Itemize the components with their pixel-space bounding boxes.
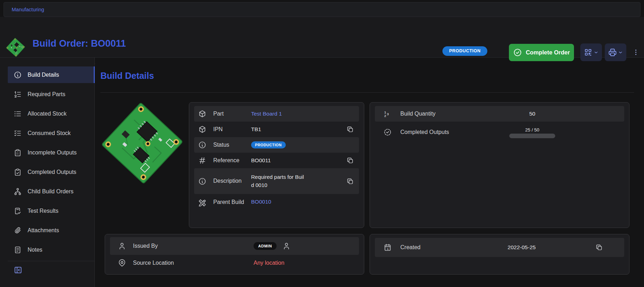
detail-label: Reference (213, 157, 251, 164)
sidebar: Build Details Required Parts Allocated S… (0, 58, 95, 287)
detail-label: Issued By (133, 243, 254, 249)
detail-row-parent-build: Parent Build BO0010 (194, 194, 359, 223)
detail-row-build-quantity: 123 Build Quantity 50 (375, 106, 624, 122)
detail-row-created: 1 Created 2022-05-25 (375, 238, 624, 257)
qrcode-icon (584, 48, 593, 57)
chevron-down-icon (618, 50, 623, 55)
sidebar-item-build-details[interactable]: Build Details (8, 66, 95, 83)
svg-text:3: 3 (387, 112, 389, 116)
detail-row-description: Description Required parts for Buil d 00… (194, 168, 359, 194)
sidebar-item-completed-outputs[interactable]: Completed Outputs (8, 164, 95, 180)
chevron-down-icon (593, 50, 599, 55)
heading-divider (100, 92, 634, 93)
calendar-icon: 1 (383, 243, 392, 252)
copy-button[interactable] (595, 244, 603, 251)
detail-row-ipn: IPN TB1 (194, 122, 359, 137)
sidebar-item-label: Consumed Stock (28, 130, 71, 136)
page-header: Build Order: BO0011 50 x TB1 | Test Boar… (0, 17, 644, 58)
sidebar-item-allocated-stock[interactable]: Allocated Stock (8, 105, 95, 122)
part-link[interactable]: Test Board 1 (251, 111, 354, 117)
sidebar-item-label: Build Details (28, 72, 59, 78)
detail-label: Created (400, 244, 451, 251)
detail-label: Completed Outputs (400, 129, 462, 135)
detail-row-source-location: Source Location Any location (110, 255, 359, 271)
tools-icon (198, 199, 207, 207)
complete-order-button[interactable]: Complete Order (509, 44, 574, 61)
status-badge: PRODUCTION (442, 46, 487, 56)
issued-by-badge: ADMIN (254, 242, 277, 250)
detail-label: Parent Build (213, 199, 251, 206)
sidebar-item-required-parts[interactable]: Required Parts (8, 86, 95, 102)
print-actions-button[interactable] (605, 43, 626, 61)
part-thumbnail (6, 37, 25, 57)
detail-row-reference: Reference BO0011 (194, 153, 359, 168)
progress-check-icon (383, 128, 392, 136)
list-numbers-icon (13, 90, 22, 99)
more-actions-button[interactable] (631, 43, 641, 61)
detail-label: Build Quantity (400, 111, 462, 117)
list-check-icon (13, 129, 22, 137)
dots-vertical-icon (632, 48, 640, 56)
sidebar-item-label: Test Results (28, 208, 58, 214)
copy-button[interactable] (346, 177, 354, 185)
sidebar-item-label: Child Build Orders (28, 188, 74, 195)
breadcrumb: Manufacturing (4, 2, 640, 17)
circle-check-icon (513, 48, 522, 57)
copy-icon (595, 244, 603, 251)
sidebar-item-attachments[interactable]: Attachments (8, 222, 95, 239)
sidebar-item-label: Allocated Stock (28, 111, 66, 117)
sidebar-divider (8, 261, 95, 261)
clipboard-check-icon (13, 168, 22, 176)
detail-label: Description (213, 177, 251, 185)
completed-outputs-progress: 25 / 50 (509, 127, 555, 138)
copy-button[interactable] (346, 157, 354, 164)
part-details-panel: Part Test Board 1 IPN TB1 Status PRODUCT… (189, 102, 364, 228)
user-icon (118, 242, 126, 250)
svg-text:1: 1 (384, 110, 387, 114)
dates-panel: 1 Created 2022-05-25 (370, 234, 630, 275)
page-title: Build Order: BO0011 (33, 38, 126, 49)
numbers-123-icon: 123 (383, 110, 392, 118)
source-location-value: Any location (254, 260, 354, 266)
box-icon (198, 110, 207, 118)
detail-value: BO0011 (251, 157, 343, 164)
svg-text:1: 1 (387, 247, 389, 251)
breadcrumb-link-manufacturing[interactable]: Manufacturing (12, 7, 44, 12)
sidebar-item-child-build-orders[interactable]: Child Build Orders (8, 183, 95, 200)
detail-label: Source Location (133, 260, 254, 266)
sidebar-item-test-results[interactable]: Test Results (8, 203, 95, 219)
user-icon (282, 242, 291, 250)
svg-text:2: 2 (384, 114, 386, 118)
detail-label: Part (213, 110, 251, 118)
copy-icon (346, 157, 354, 164)
detail-value: TB1 (251, 126, 343, 133)
sidebar-item-label: Attachments (28, 227, 59, 234)
sidebar-item-notes[interactable]: Notes (8, 241, 95, 258)
parent-build-link[interactable]: BO0010 (251, 199, 354, 205)
list-icon (13, 110, 22, 118)
sidebar-item-label: Notes (28, 247, 42, 253)
part-image (100, 101, 184, 185)
detail-value: Required parts for Buil d 0010 (251, 173, 322, 189)
sidebar-item-incomplete-outputs[interactable]: Incomplete Outputs (8, 144, 95, 161)
detail-value: 2022-05-25 (451, 244, 592, 251)
sidebar-item-label: Required Parts (28, 91, 65, 98)
detail-row-part: Part Test Board 1 (194, 106, 359, 122)
complete-order-label: Complete Order (526, 49, 570, 56)
progress-bar (509, 134, 555, 138)
copy-icon (346, 177, 354, 185)
section-heading: Build Details (100, 71, 154, 81)
hash-icon (198, 156, 207, 165)
map-pin-icon (118, 259, 126, 267)
build-quantity-panel: 123 Build Quantity 50 Completed Outputs … (370, 102, 630, 228)
detail-label: Status (213, 141, 251, 149)
info-circle-icon (198, 141, 207, 149)
notes-icon (13, 246, 22, 254)
sidebar-collapse-icon (13, 265, 23, 275)
sidebar-item-consumed-stock[interactable]: Consumed Stock (8, 125, 95, 141)
sidebar-item-label: Completed Outputs (28, 169, 76, 175)
file-check-icon (13, 207, 22, 215)
copy-button[interactable] (346, 125, 354, 133)
barcode-actions-button[interactable] (580, 43, 602, 61)
sidebar-collapse-button[interactable] (13, 265, 23, 275)
